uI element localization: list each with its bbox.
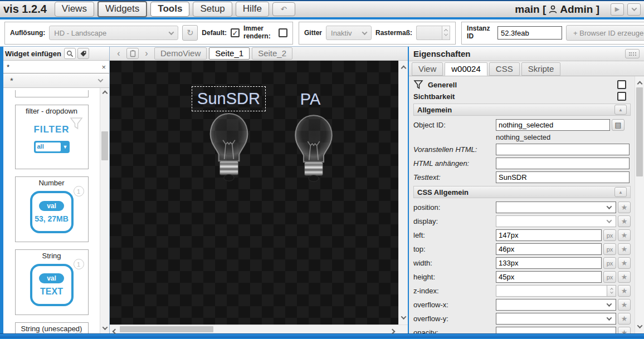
sidebar-header: Widget einfügen — [3, 47, 109, 61]
canvas-horizontal-scrollbar[interactable] — [110, 325, 408, 333]
z-index-spinner[interactable] — [607, 285, 616, 297]
view-next-button[interactable]: › — [141, 48, 152, 59]
append-html-input[interactable] — [496, 158, 630, 169]
tab-css[interactable]: CSS — [489, 62, 520, 76]
bulb-image[interactable] — [291, 112, 336, 190]
scroll-right-icon[interactable] — [391, 327, 394, 335]
top-unit-button[interactable]: px — [603, 243, 616, 255]
sidebar-scrollbar[interactable] — [100, 88, 109, 333]
generell-label: Generell — [428, 81, 457, 89]
view-tab-seite1[interactable]: Seite_1 — [209, 47, 250, 60]
resolution-refresh-button[interactable]: ↻ — [182, 25, 198, 41]
prepend-html-input[interactable] — [496, 144, 630, 155]
resolution-select[interactable]: HD - Landscape — [49, 26, 178, 40]
overflow-y-row: overflow-y: ★ — [413, 313, 631, 325]
z-index-preset-button[interactable]: ★ — [618, 285, 631, 297]
overflow-x-preset-button[interactable]: ★ — [618, 299, 631, 311]
scroll-up-icon[interactable] — [402, 64, 406, 72]
object-select-button[interactable]: ▤ — [612, 119, 625, 131]
height-preset-button[interactable]: ★ — [618, 271, 631, 283]
star-icon: ★ — [621, 217, 628, 225]
left-input[interactable] — [496, 229, 602, 241]
overflow-x-select[interactable] — [496, 299, 616, 311]
scroll-down-icon[interactable] — [402, 313, 406, 321]
refresh-icon: ↻ — [187, 28, 194, 38]
raster-spinner[interactable] — [442, 26, 450, 40]
widget-card-number[interactable]: Number 1 val 53, 27MB — [15, 176, 89, 242]
scroll-up-icon[interactable] — [638, 80, 642, 87]
width-input[interactable] — [496, 257, 602, 269]
testtext-row: Testtext: — [413, 171, 631, 183]
widget-card-string[interactable]: String 1 val TEXT — [15, 249, 89, 315]
generell-checkbox[interactable] — [617, 80, 626, 89]
design-canvas[interactable]: SunSDR PA — [110, 61, 398, 325]
scroll-left-icon[interactable] — [113, 327, 117, 335]
overflow-y-preset-button[interactable]: ★ — [618, 313, 631, 325]
menu-tools[interactable]: Tools — [150, 2, 189, 17]
display-preset-button[interactable]: ★ — [618, 215, 631, 227]
collapse-button[interactable]: ▲ — [614, 187, 627, 197]
bulb-image[interactable] — [206, 111, 252, 190]
widget-card-string-unescaped[interactable]: String (unescaped) 1 — [15, 322, 89, 333]
run-dropdown-button[interactable] — [627, 3, 641, 16]
prop-scrollbar-thumb[interactable] — [636, 87, 643, 176]
menu-setup[interactable]: Setup — [193, 2, 232, 17]
tab-skripte[interactable]: Skripte — [521, 62, 561, 76]
scroll-down-icon[interactable] — [103, 326, 108, 331]
canvas-vertical-scrollbar[interactable] — [398, 61, 408, 325]
object-id-input[interactable] — [496, 119, 610, 131]
position-preset-button[interactable]: ★ — [618, 202, 631, 213]
instance-id-input[interactable] — [497, 26, 562, 40]
collapse-button[interactable]: ▲ — [614, 105, 627, 115]
testtext-input[interactable] — [496, 171, 630, 183]
always-render-checkbox[interactable] — [279, 28, 287, 37]
overflow-y-select[interactable] — [496, 313, 616, 325]
undo-icon: ↶ — [281, 5, 287, 13]
raster-stepper[interactable] — [416, 26, 450, 40]
view-copy-button[interactable] — [126, 48, 139, 59]
widget-card-partial[interactable] — [15, 90, 89, 97]
sichtbarkeit-checkbox[interactable] — [617, 92, 626, 101]
top-input[interactable] — [496, 243, 602, 255]
default-checkbox[interactable]: ✓ — [231, 28, 240, 37]
height-input[interactable] — [496, 271, 602, 283]
undo-button[interactable]: ↶ — [272, 2, 295, 16]
height-unit-button[interactable]: px — [603, 271, 616, 283]
scroll-down-icon[interactable] — [638, 322, 642, 330]
display-select[interactable] — [496, 215, 616, 227]
widget-search-button[interactable] — [64, 48, 76, 59]
scroll-up-icon[interactable] — [103, 91, 108, 96]
browser-id-button[interactable]: + Browser ID erzeugen — [566, 25, 644, 41]
tab-view[interactable]: View — [412, 62, 443, 76]
left-unit-button[interactable]: px — [603, 229, 616, 241]
h-scrollbar-thumb[interactable] — [120, 326, 213, 332]
view-tab-seite2[interactable]: Seite_2 — [252, 47, 292, 60]
tab-widget-id[interactable]: w00024 — [445, 62, 487, 76]
width-preset-button[interactable]: ★ — [618, 257, 631, 269]
left-preset-button[interactable]: ★ — [618, 229, 631, 241]
width-unit-button[interactable]: px — [603, 257, 616, 269]
grid-select[interactable]: Inaktiv — [326, 26, 372, 40]
widget-search-input[interactable]: * × — [3, 61, 109, 73]
view-prev-button[interactable]: ‹ — [113, 48, 124, 59]
menu-views[interactable]: Views — [55, 2, 94, 17]
clear-icon[interactable]: × — [101, 63, 106, 71]
menu-hilfe[interactable]: Hilfe — [236, 2, 269, 17]
properties-scrollbar[interactable] — [635, 76, 644, 333]
widget-card-filter-dropdown[interactable]: filter - dropdown FILTER all ▼ — [15, 105, 89, 169]
canvas-widget-sunsdr[interactable]: SunSDR — [192, 86, 266, 111]
z-index-input[interactable] — [496, 285, 607, 297]
opacity-preset-button[interactable]: ★ — [618, 327, 631, 333]
view-tab-demoview[interactable]: DemoView — [154, 47, 207, 60]
run-button[interactable]: ▶ — [611, 3, 624, 16]
canvas-widget-pa[interactable]: PA — [294, 87, 327, 111]
panel-handle-button[interactable] — [625, 49, 640, 58]
sidebar-scrollbar-thumb[interactable] — [101, 131, 108, 160]
opacity-input[interactable] — [496, 327, 616, 333]
raster-input[interactable] — [416, 26, 442, 40]
widget-tag-button[interactable] — [77, 48, 89, 59]
top-preset-button[interactable]: ★ — [618, 243, 631, 255]
widget-set-select[interactable]: * — [3, 73, 109, 88]
position-select[interactable] — [496, 202, 616, 213]
menu-widgets[interactable]: Widgets — [97, 1, 147, 17]
